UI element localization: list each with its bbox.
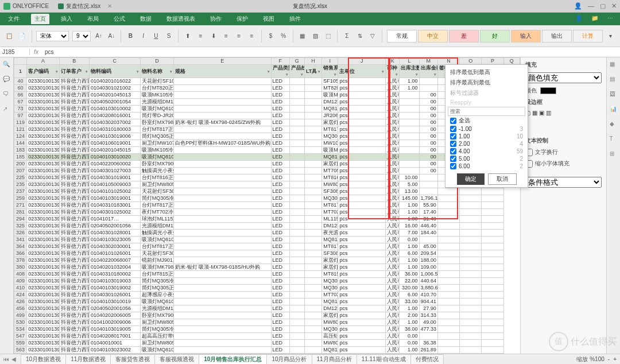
cell[interactable]: LED — [271, 216, 289, 223]
cell[interactable] — [304, 188, 321, 195]
row-header[interactable]: 207 — [14, 168, 27, 175]
sort-icon[interactable]: ⇅ — [355, 30, 364, 42]
cell[interactable]: pcs — [338, 99, 386, 106]
cell[interactable]: 光源模组DM127冷白24W24W模组、透光ID-DM-127-024S/ZC外… — [140, 223, 173, 230]
cell[interactable]: 厨卫灯MW805正白18W暖白色铝边框、直可-MW805-018S/HU外购 — [140, 181, 173, 188]
cell[interactable] — [482, 243, 503, 250]
cell[interactable]: LED — [271, 113, 289, 119]
cell[interactable]: pcs — [338, 140, 386, 147]
cell[interactable]: 00 — [419, 119, 437, 126]
cell[interactable] — [304, 175, 321, 181]
cell[interactable] — [460, 202, 482, 209]
chat-side-icon[interactable]: 🗨 — [3, 91, 11, 99]
cell[interactable]: MW107 — [322, 140, 338, 147]
cell[interactable]: 抖音德力西官方 — [59, 202, 89, 209]
cell[interactable]: 抖音德力西官方 — [59, 195, 89, 202]
cell[interactable]: pcs — [338, 257, 386, 264]
cell[interactable]: 02330100139 — [27, 299, 59, 305]
cell[interactable] — [460, 250, 482, 257]
ribbon-tab[interactable]: 布局 — [84, 14, 102, 24]
cell[interactable] — [304, 223, 321, 230]
ribbon-tab[interactable]: 主页 — [31, 14, 49, 24]
style-dropdown-icon[interactable]: ▾ — [606, 30, 615, 42]
cell[interactable] — [437, 237, 459, 243]
cell[interactable] — [482, 333, 503, 340]
cell[interactable] — [174, 133, 271, 140]
cell[interactable] — [437, 305, 459, 312]
cell[interactable]: 人民币 — [386, 312, 400, 319]
cell[interactable] — [304, 161, 321, 168]
fx-icon[interactable]: fx — [30, 49, 42, 55]
cell[interactable] — [304, 202, 321, 209]
cell[interactable] — [482, 188, 503, 195]
cell[interactable] — [400, 106, 419, 113]
cell[interactable] — [289, 257, 304, 264]
filter-search[interactable] — [448, 107, 525, 116]
strike-icon[interactable]: S — [164, 30, 173, 42]
cell[interactable]: MQ305系列筒灯 — [322, 195, 338, 202]
cell[interactable] — [289, 223, 304, 230]
cell[interactable] — [482, 257, 503, 264]
cell[interactable]: 人民币 — [386, 347, 400, 354]
cell[interactable]: MT817系列台灯 — [322, 202, 338, 209]
cell[interactable]: DM127系列光源格 — [322, 99, 338, 106]
row-header[interactable]: 66 — [14, 92, 27, 99]
cell[interactable] — [289, 113, 304, 119]
cell[interactable]: 16.00 — [400, 223, 419, 230]
cell[interactable]: 1,796.14 — [419, 195, 437, 202]
cell[interactable] — [400, 92, 419, 99]
cell[interactable]: 抖音德力西官方 — [59, 347, 89, 354]
cell[interactable] — [304, 181, 321, 188]
cell[interactable] — [289, 271, 304, 278]
cell[interactable]: MQ305系列筒灯 — [322, 285, 338, 292]
cell[interactable]: 抖音德力西官方 — [59, 209, 89, 216]
cell[interactable]: 抖音德力西官方 — [59, 188, 89, 195]
cell[interactable]: 02330100139 — [27, 119, 59, 126]
cell[interactable]: 00 — [419, 147, 437, 154]
cell[interactable]: 02330100139 — [27, 154, 59, 161]
table-header-cell[interactable]: 规格▾ — [174, 65, 271, 78]
border-all-icon[interactable]: ▦ — [532, 110, 537, 116]
cell[interactable]: pcs — [338, 243, 386, 250]
cell[interactable]: 01040103019005 — [90, 326, 141, 333]
cell[interactable] — [174, 299, 271, 305]
cell[interactable]: pcs — [338, 326, 386, 333]
comment-icon[interactable]: 💬 — [3, 76, 11, 84]
cell-style[interactable]: 好 — [480, 30, 510, 42]
cell[interactable]: 抖音德力西官方 — [59, 106, 89, 113]
cell[interactable]: pcs — [338, 319, 386, 326]
cell[interactable]: 台灯MT820正白4.5W电池色、台灯、雅白-MT820-0045/ZW外购 — [140, 85, 173, 92]
row-header[interactable]: 237 — [14, 188, 27, 195]
cell-style[interactable]: 常规 — [387, 30, 417, 42]
cell[interactable] — [460, 292, 482, 299]
cell[interactable]: 天花射灯SF308正白6W 白底压铸铝磨砂D-SF308-006C/2/外购 — [140, 188, 173, 195]
cell[interactable] — [174, 175, 271, 181]
cell[interactable]: 抖音德力西官方 — [59, 312, 89, 319]
filter-option[interactable]: 4.0059 — [448, 148, 525, 155]
cell[interactable] — [304, 299, 321, 305]
cell[interactable]: 人民币 — [386, 78, 400, 85]
cell[interactable]: MQ810 — [322, 299, 338, 305]
cell[interactable]: 02330100139 — [27, 333, 59, 340]
cell[interactable]: 人民币 — [386, 230, 400, 237]
cell[interactable]: 01040101025002 — [90, 188, 141, 195]
cell[interactable]: LED — [271, 168, 289, 175]
cell[interactable]: 抖音德力西官方 — [59, 271, 89, 278]
cell[interactable]: LED — [271, 188, 289, 195]
cell[interactable] — [289, 175, 304, 181]
cell[interactable]: LED — [271, 181, 289, 188]
cell[interactable] — [482, 326, 503, 333]
cell[interactable] — [482, 230, 503, 237]
zoom-in[interactable]: + — [613, 356, 617, 362]
cell[interactable] — [174, 230, 271, 237]
merge-icon[interactable]: ⬚ — [323, 30, 332, 42]
cell[interactable]: 吸顶灯MQ810暖白50W暖白 暖白圆形、筒壳D-MQ810-050XS/HU外… — [140, 347, 173, 354]
cell[interactable] — [304, 119, 321, 126]
cell[interactable]: 00 — [419, 126, 437, 133]
cell[interactable]: 抖音德力西官方 — [59, 333, 89, 340]
cell[interactable] — [174, 285, 271, 292]
cell[interactable]: 抖音德力西官方 — [59, 133, 89, 140]
cell[interactable]: 38.00 — [400, 326, 419, 333]
cell[interactable] — [482, 347, 503, 354]
cell[interactable] — [460, 195, 482, 202]
